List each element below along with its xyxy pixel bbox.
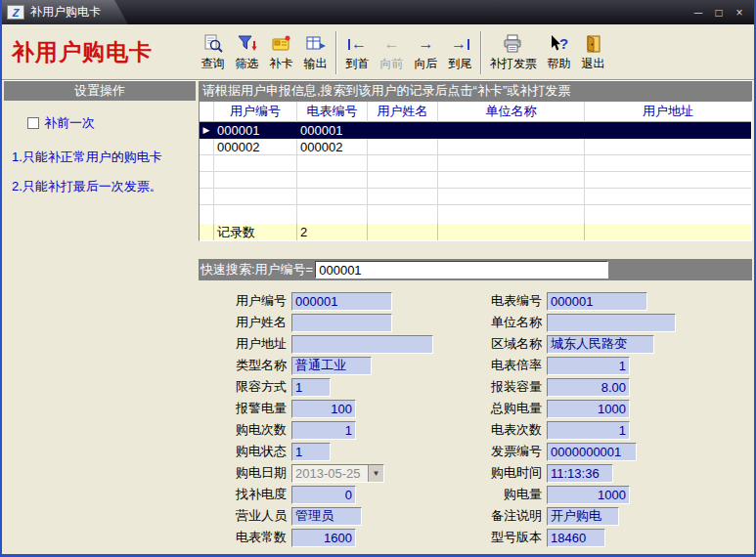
main-panel: 请根据用户申报信息,搜索到该用户的记录后点击“补卡”或补打发票 用户编号 电表编… [199,81,752,554]
sidebar: 设置操作 补前一次 1.只能补正常用户的购电卡 2.只能补打最后一次发票。 [4,81,196,554]
form-row-operator: 营业人员 管理员 [208,505,433,527]
titlebar[interactable]: Z 补用户购电卡 ─ □ × [2,0,754,24]
field-label: 电表倍率 [470,357,547,374]
svg-text:?: ? [559,35,568,52]
alarm-energy-field[interactable]: 100 [291,400,356,418]
pre-once-checkbox[interactable] [27,117,39,129]
dropdown-arrow-icon[interactable]: ▼ [368,465,383,482]
query-button[interactable]: 查询 [196,28,230,77]
form-row-alarm-energy: 报警电量 100 [208,398,433,419]
field-label: 限容方式 [208,378,291,396]
purchase-date-value: 2013-05-25 [292,465,368,482]
go-first-button[interactable]: ← 到首 [340,28,375,77]
header-user-id: 用户编号 [214,102,297,122]
meter-count-field[interactable]: 1 [547,421,630,440]
meter-constant-field[interactable]: 1600 [291,529,356,547]
filter-button[interactable]: 筛选 [230,28,264,77]
table-empty-row [200,155,751,172]
purchase-date-combo[interactable]: 2013-05-25 ▼ [291,464,384,483]
field-label: 区域名称 [470,335,547,353]
form-row-purchase-time: 购电时间 11:13:36 [470,462,676,484]
cell-unit-name [438,122,585,139]
user-id-field[interactable]: 000001 [291,292,392,311]
purchase-time-field[interactable]: 11:13:36 [547,464,613,483]
field-label: 用户编号 [208,292,291,310]
header-user-address: 用户地址 [585,102,751,122]
purchase-energy-field[interactable]: 1000 [547,486,630,504]
query-label: 查询 [201,56,225,72]
go-next-icon: → [419,33,434,55]
record-count-label: 记录数 [214,224,297,240]
sidebar-header: 设置操作 [4,81,196,101]
form-row-purchase-energy: 购电量 1000 [470,484,676,505]
meter-id-field[interactable]: 000001 [547,292,647,311]
reissue-card-button[interactable]: 补卡 [264,28,298,77]
go-last-label: 到尾 [449,56,472,72]
form-row-invoice-no: 发票编号 0000000001 [470,441,676,462]
go-last-button[interactable]: → 到尾 [443,28,477,77]
total-energy-field[interactable]: 1000 [547,400,630,418]
cell-user-address [585,139,751,155]
cell-user-address [585,122,751,139]
go-next-button[interactable]: → 向后 [409,28,443,77]
instruction-bar: 请根据用户申报信息,搜索到该用户的记录后点击“补卡”或补打发票 [199,81,752,101]
export-button[interactable]: 输出 [298,28,333,77]
row-indicator-icon: ▶ [200,122,214,139]
filter-label: 筛选 [236,56,259,72]
header-user-name: 用户姓名 [368,102,438,122]
close-button[interactable]: × [731,5,748,21]
meter-ratio-field[interactable]: 1 [547,357,630,375]
form-row-capacity-mode: 限容方式 1 [208,376,433,398]
purchase-count-field[interactable]: 1 [291,421,356,440]
field-label: 总购电量 [470,400,547,417]
installed-capacity-field[interactable]: 8.00 [547,378,630,397]
form-row-meter-ratio: 电表倍率 1 [470,355,676,376]
form-row-meter-count: 电表次数 1 [470,419,676,441]
form-row-user-id: 用户编号 000001 [208,290,433,312]
field-label: 报装容量 [470,378,547,396]
region-name-field[interactable]: 城东人民路变 [547,335,654,354]
title-tab: Z 补用户购电卡 [2,0,128,24]
reissue-card-label: 补卡 [270,56,293,72]
unit-name-field[interactable] [547,314,676,332]
user-address-field[interactable] [291,335,433,354]
field-label: 发票编号 [470,443,547,460]
form-row-meter-id: 电表编号 000001 [470,290,676,312]
capacity-mode-field[interactable]: 1 [291,378,331,397]
form-row-region-name: 区域名称 城东人民路变 [470,333,676,355]
remark-field[interactable]: 开户购电 [547,507,619,526]
user-name-field[interactable] [291,314,392,332]
type-name-field[interactable]: 普通工业 [291,357,372,375]
pre-once-checkbox-row[interactable]: 补前一次 [27,114,196,132]
invoice-no-field[interactable]: 0000000001 [547,443,637,461]
field-label: 购电时间 [470,464,547,482]
reprint-invoice-button[interactable]: 补打发票 [485,28,542,77]
field-label: 备注说明 [470,507,547,525]
field-label: 购电量 [470,486,547,503]
maximize-button[interactable]: □ [710,5,728,21]
header-bar: 补用户购电卡 查询 [2,24,754,80]
go-prev-icon: ← [384,33,400,55]
form-row-purchase-count: 购电次数 1 [208,419,433,441]
model-version-field[interactable]: 18460 [547,529,605,547]
go-prev-button[interactable]: ← 向前 [375,28,409,77]
sidebar-note-1: 1.只能补正常用户的购电卡 [12,150,188,165]
go-first-icon: ← [348,33,367,55]
form-row-remark: 备注说明 开户购电 [470,505,676,527]
help-button[interactable]: ? 帮助 [542,28,576,77]
header-indicator-cell [200,102,214,122]
minimize-button[interactable]: ─ [689,5,707,21]
exit-button[interactable]: 退出 [576,28,610,77]
operator-field[interactable]: 管理员 [291,507,362,526]
adjust-energy-field[interactable]: 0 [291,486,356,504]
purchase-status-field[interactable]: 1 [291,443,331,461]
spacer [199,241,752,259]
table-row[interactable]: 000002 000002 [200,139,751,155]
quick-search-input[interactable] [315,261,608,278]
form-row-user-name: 用户姓名 [208,312,433,333]
form-column-right: 电表编号 000001 单位名称 区域名称 城东人民路变 电表倍率 1 [470,290,676,554]
table-row[interactable]: ▶ 000001 000001 [200,122,751,139]
form-row-unit-name: 单位名称 [470,312,676,333]
cell-user-name [368,139,438,155]
table-header-row: 用户编号 电表编号 用户姓名 单位名称 用户地址 [200,102,751,122]
